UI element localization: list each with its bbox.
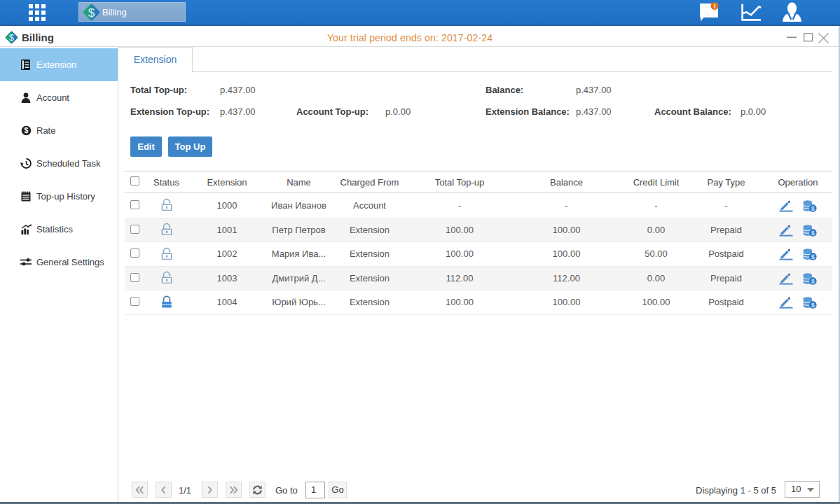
svg-text:$: $: [811, 277, 815, 284]
svg-text:$: $: [24, 126, 28, 134]
svg-text:!: !: [713, 2, 715, 10]
svg-text:$: $: [811, 229, 815, 236]
svg-text:$: $: [88, 5, 95, 19]
svg-text:$: $: [811, 302, 815, 309]
svg-text:$: $: [811, 253, 815, 260]
svg-text:$: $: [811, 204, 815, 211]
